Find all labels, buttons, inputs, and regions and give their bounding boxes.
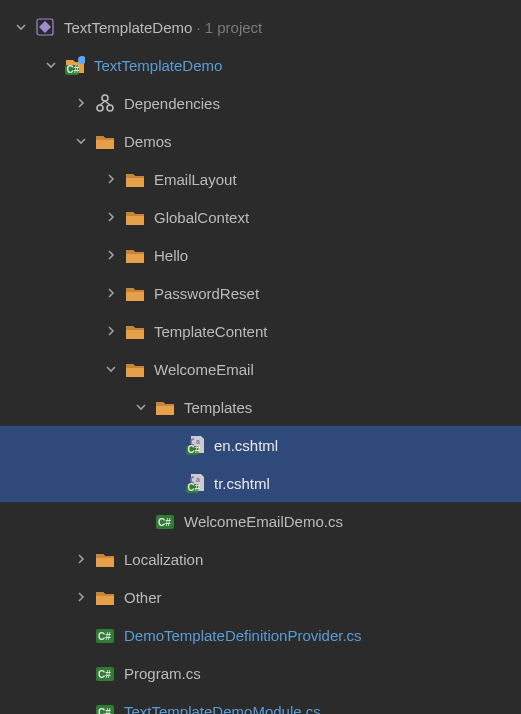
chevron-down-icon[interactable] bbox=[132, 398, 150, 416]
tree-item[interactable]: TemplateContent bbox=[0, 312, 521, 350]
solution-explorer-tree[interactable]: TextTemplateDemo· 1 projectTextTemplateD… bbox=[0, 8, 521, 714]
tree-item-label: Templates bbox=[184, 400, 252, 415]
chevron-right-icon[interactable] bbox=[72, 550, 90, 568]
chevron-right-icon[interactable] bbox=[72, 94, 90, 112]
chevron-right-icon[interactable] bbox=[102, 322, 120, 340]
cs-icon bbox=[94, 624, 116, 646]
tree-item-label: Dependencies bbox=[124, 96, 220, 111]
folder-icon bbox=[154, 396, 176, 418]
tree-item-label: DemoTemplateDefinitionProvider.cs bbox=[124, 628, 362, 643]
cshtml-icon bbox=[184, 434, 206, 456]
tree-item[interactable]: Dependencies bbox=[0, 84, 521, 122]
folder-icon bbox=[94, 548, 116, 570]
folder-icon bbox=[124, 168, 146, 190]
chevron-right-icon[interactable] bbox=[102, 208, 120, 226]
tree-item[interactable]: TextTemplateDemoModule.cs bbox=[0, 692, 521, 714]
tree-item[interactable]: WelcomeEmailDemo.cs bbox=[0, 502, 521, 540]
tree-item[interactable]: Demos bbox=[0, 122, 521, 160]
chevron-right-icon[interactable] bbox=[102, 246, 120, 264]
folder-icon bbox=[124, 244, 146, 266]
tree-item-label: Hello bbox=[154, 248, 188, 263]
chevron-right-icon[interactable] bbox=[72, 588, 90, 606]
tree-item[interactable]: Other bbox=[0, 578, 521, 616]
tree-item[interactable]: en.cshtml bbox=[0, 426, 521, 464]
folder-icon bbox=[124, 206, 146, 228]
chevron-down-icon[interactable] bbox=[102, 360, 120, 378]
folder-icon bbox=[124, 358, 146, 380]
tree-item[interactable]: WelcomeEmail bbox=[0, 350, 521, 388]
tree-item-label: TemplateContent bbox=[154, 324, 267, 339]
folder-icon bbox=[124, 282, 146, 304]
tree-item[interactable]: Hello bbox=[0, 236, 521, 274]
cs-icon bbox=[94, 662, 116, 684]
solution-icon bbox=[34, 16, 56, 38]
tree-item-label: TextTemplateDemoModule.cs bbox=[124, 704, 321, 715]
tree-item-label: GlobalContext bbox=[154, 210, 249, 225]
tree-item[interactable]: GlobalContext bbox=[0, 198, 521, 236]
chevron-down-icon[interactable] bbox=[42, 56, 60, 74]
cs-icon bbox=[154, 510, 176, 532]
folder-icon bbox=[94, 586, 116, 608]
folder-icon bbox=[124, 320, 146, 342]
tree-item[interactable]: PasswordReset bbox=[0, 274, 521, 312]
chevron-right-icon[interactable] bbox=[102, 284, 120, 302]
cs-icon bbox=[94, 700, 116, 714]
tree-item-label: WelcomeEmailDemo.cs bbox=[184, 514, 343, 529]
tree-item[interactable]: Program.cs bbox=[0, 654, 521, 692]
tree-item-label: en.cshtml bbox=[214, 438, 278, 453]
chevron-right-icon[interactable] bbox=[102, 170, 120, 188]
tree-item-label: Other bbox=[124, 590, 162, 605]
tree-item-label: TextTemplateDemo bbox=[94, 58, 222, 73]
tree-item-label: EmailLayout bbox=[154, 172, 237, 187]
tree-item-label: Program.cs bbox=[124, 666, 201, 681]
deps-icon bbox=[94, 92, 116, 114]
tree-item-label: PasswordReset bbox=[154, 286, 259, 301]
tree-item-label: Localization bbox=[124, 552, 203, 567]
tree-item-label: Demos bbox=[124, 134, 172, 149]
csproj-icon bbox=[64, 54, 86, 76]
tree-item-label: TextTemplateDemo bbox=[64, 20, 192, 35]
chevron-down-icon[interactable] bbox=[72, 132, 90, 150]
tree-item[interactable]: EmailLayout bbox=[0, 160, 521, 198]
tree-item-label: tr.cshtml bbox=[214, 476, 270, 491]
folder-icon bbox=[94, 130, 116, 152]
tree-item[interactable]: TextTemplateDemo· 1 project bbox=[0, 8, 521, 46]
cshtml-icon bbox=[184, 472, 206, 494]
tree-item[interactable]: DemoTemplateDefinitionProvider.cs bbox=[0, 616, 521, 654]
tree-item[interactable]: tr.cshtml bbox=[0, 464, 521, 502]
tree-item[interactable]: Templates bbox=[0, 388, 521, 426]
chevron-down-icon[interactable] bbox=[12, 18, 30, 36]
tree-item-label: WelcomeEmail bbox=[154, 362, 254, 377]
tree-item-hint: · 1 project bbox=[196, 19, 262, 36]
tree-item[interactable]: TextTemplateDemo bbox=[0, 46, 521, 84]
tree-item[interactable]: Localization bbox=[0, 540, 521, 578]
